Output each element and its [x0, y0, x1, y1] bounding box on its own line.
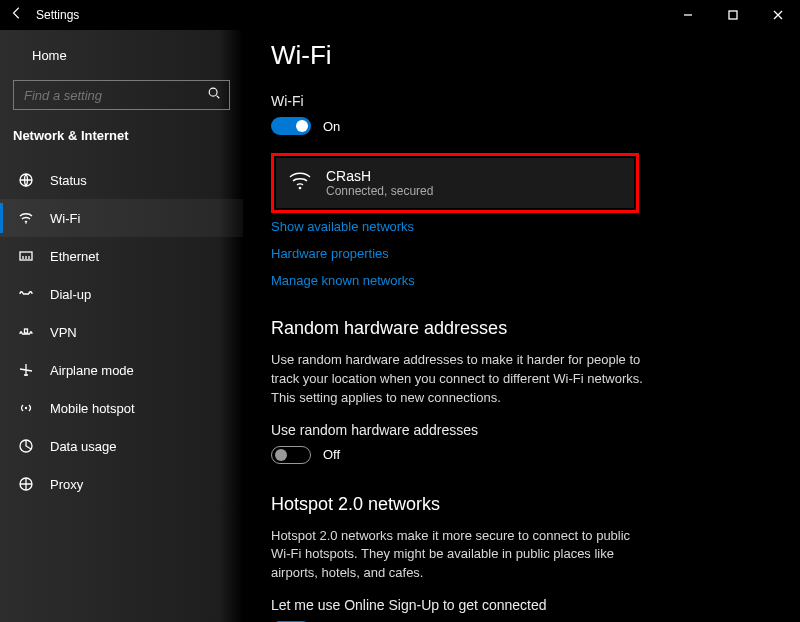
- ethernet-icon: [17, 248, 35, 264]
- back-button[interactable]: [10, 6, 24, 24]
- random-mac-toggle[interactable]: [271, 446, 311, 464]
- sidebar-item-label: Dial-up: [50, 287, 91, 302]
- sidebar-nav: Status Wi-Fi Ethernet Dial-up: [0, 161, 243, 503]
- minimize-button[interactable]: [665, 0, 710, 30]
- sidebar-item-label: Airplane mode: [50, 363, 134, 378]
- sidebar-item-dialup[interactable]: Dial-up: [0, 275, 243, 313]
- sidebar-item-label: Wi-Fi: [50, 211, 80, 226]
- sidebar-item-wifi[interactable]: Wi-Fi: [0, 199, 243, 237]
- wifi-section-label: Wi-Fi: [271, 93, 800, 109]
- sidebar-item-label: Status: [50, 173, 87, 188]
- sidebar-item-ethernet[interactable]: Ethernet: [0, 237, 243, 275]
- highlight-box: CRasH Connected, secured: [271, 153, 639, 213]
- network-status: Connected, secured: [326, 184, 433, 198]
- proxy-icon: [17, 476, 35, 492]
- sidebar-item-label: Mobile hotspot: [50, 401, 135, 416]
- hotspot20-body: Hotspot 2.0 networks make it more secure…: [271, 527, 651, 584]
- airplane-icon: [17, 362, 35, 378]
- content-pane: Wi-Fi Wi-Fi On CRasH Connected, secured …: [243, 30, 800, 622]
- sidebar-home-label: Home: [32, 48, 67, 63]
- datausage-icon: [17, 438, 35, 454]
- current-network-card[interactable]: CRasH Connected, secured: [276, 158, 634, 208]
- wifi-icon: [17, 210, 35, 226]
- page-title: Wi-Fi: [271, 40, 800, 71]
- wifi-toggle-state: On: [323, 119, 340, 134]
- sidebar-item-label: VPN: [50, 325, 77, 340]
- svg-rect-5: [25, 329, 28, 333]
- dialup-icon: [17, 286, 35, 302]
- svg-point-6: [25, 407, 27, 409]
- link-hardware-properties[interactable]: Hardware properties: [271, 246, 800, 261]
- sidebar-item-label: Data usage: [50, 439, 117, 454]
- sidebar-item-status[interactable]: Status: [0, 161, 243, 199]
- link-manage-known[interactable]: Manage known networks: [271, 273, 800, 288]
- titlebar: Settings: [0, 0, 800, 30]
- search-box[interactable]: [13, 80, 230, 110]
- svg-rect-0: [729, 11, 737, 19]
- sidebar-item-proxy[interactable]: Proxy: [0, 465, 243, 503]
- random-mac-toggle-state: Off: [323, 447, 340, 462]
- sidebar-item-airplane[interactable]: Airplane mode: [0, 351, 243, 389]
- status-icon: [17, 172, 35, 188]
- link-show-available[interactable]: Show available networks: [271, 219, 800, 234]
- search-icon: [207, 86, 221, 104]
- close-button[interactable]: [755, 0, 800, 30]
- svg-point-3: [25, 222, 27, 224]
- svg-point-1: [209, 88, 217, 96]
- search-input[interactable]: [24, 88, 194, 103]
- network-name: CRasH: [326, 168, 433, 184]
- svg-point-9: [299, 187, 302, 190]
- window-title: Settings: [36, 8, 79, 22]
- random-mac-body: Use random hardware addresses to make it…: [271, 351, 651, 408]
- sidebar: Home Network & Internet Status Wi-Fi: [0, 30, 243, 622]
- vpn-icon: [17, 324, 35, 340]
- random-mac-toggle-label: Use random hardware addresses: [271, 422, 800, 438]
- sidebar-home[interactable]: Home: [0, 36, 243, 74]
- hotspot-icon: [17, 400, 35, 416]
- sidebar-item-hotspot[interactable]: Mobile hotspot: [0, 389, 243, 427]
- random-mac-heading: Random hardware addresses: [271, 318, 800, 339]
- wifi-signal-icon: [288, 169, 312, 197]
- sidebar-item-label: Ethernet: [50, 249, 99, 264]
- sidebar-item-label: Proxy: [50, 477, 83, 492]
- wifi-toggle[interactable]: [271, 117, 311, 135]
- hotspot20-toggle-label: Let me use Online Sign-Up to get connect…: [271, 597, 800, 613]
- sidebar-item-datausage[interactable]: Data usage: [0, 427, 243, 465]
- hotspot20-heading: Hotspot 2.0 networks: [271, 494, 800, 515]
- sidebar-category: Network & Internet: [0, 124, 243, 157]
- sidebar-item-vpn[interactable]: VPN: [0, 313, 243, 351]
- maximize-button[interactable]: [710, 0, 755, 30]
